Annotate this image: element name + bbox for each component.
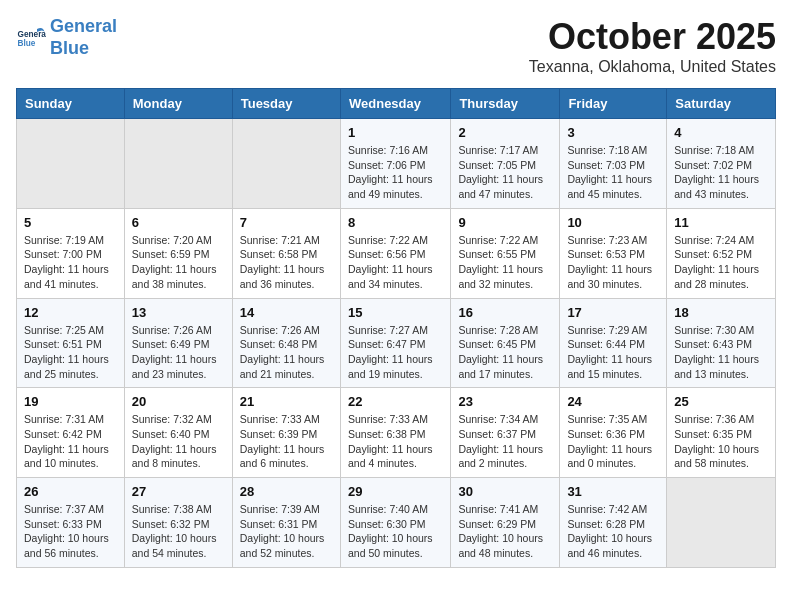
calendar-cell: 20Sunrise: 7:32 AMSunset: 6:40 PMDayligh… (124, 388, 232, 478)
logo-text: General Blue (50, 16, 117, 59)
day-number: 20 (132, 394, 225, 409)
day-number: 13 (132, 305, 225, 320)
weekday-header: Wednesday (340, 89, 450, 119)
day-number: 1 (348, 125, 443, 140)
calendar-cell: 4Sunrise: 7:18 AMSunset: 7:02 PMDaylight… (667, 119, 776, 209)
calendar-cell: 8Sunrise: 7:22 AMSunset: 6:56 PMDaylight… (340, 208, 450, 298)
page-header: General Blue General Blue October 2025 T… (16, 16, 776, 76)
cell-info: Sunrise: 7:25 AMSunset: 6:51 PMDaylight:… (24, 323, 117, 382)
cell-info: Sunrise: 7:39 AMSunset: 6:31 PMDaylight:… (240, 502, 333, 561)
calendar-cell: 18Sunrise: 7:30 AMSunset: 6:43 PMDayligh… (667, 298, 776, 388)
cell-info: Sunrise: 7:31 AMSunset: 6:42 PMDaylight:… (24, 412, 117, 471)
day-number: 29 (348, 484, 443, 499)
day-number: 3 (567, 125, 659, 140)
weekday-header: Saturday (667, 89, 776, 119)
calendar-cell: 23Sunrise: 7:34 AMSunset: 6:37 PMDayligh… (451, 388, 560, 478)
day-number: 7 (240, 215, 333, 230)
calendar-cell: 14Sunrise: 7:26 AMSunset: 6:48 PMDayligh… (232, 298, 340, 388)
weekday-header: Tuesday (232, 89, 340, 119)
cell-info: Sunrise: 7:29 AMSunset: 6:44 PMDaylight:… (567, 323, 659, 382)
cell-info: Sunrise: 7:17 AMSunset: 7:05 PMDaylight:… (458, 143, 552, 202)
cell-info: Sunrise: 7:26 AMSunset: 6:49 PMDaylight:… (132, 323, 225, 382)
calendar-cell: 27Sunrise: 7:38 AMSunset: 6:32 PMDayligh… (124, 478, 232, 568)
day-number: 25 (674, 394, 768, 409)
calendar-cell (667, 478, 776, 568)
calendar-cell: 26Sunrise: 7:37 AMSunset: 6:33 PMDayligh… (17, 478, 125, 568)
cell-info: Sunrise: 7:41 AMSunset: 6:29 PMDaylight:… (458, 502, 552, 561)
day-number: 24 (567, 394, 659, 409)
day-number: 12 (24, 305, 117, 320)
day-number: 26 (24, 484, 117, 499)
day-number: 17 (567, 305, 659, 320)
cell-info: Sunrise: 7:20 AMSunset: 6:59 PMDaylight:… (132, 233, 225, 292)
svg-text:General: General (18, 29, 47, 38)
day-number: 14 (240, 305, 333, 320)
calendar-week-row: 12Sunrise: 7:25 AMSunset: 6:51 PMDayligh… (17, 298, 776, 388)
weekday-header-row: SundayMondayTuesdayWednesdayThursdayFrid… (17, 89, 776, 119)
calendar-cell: 30Sunrise: 7:41 AMSunset: 6:29 PMDayligh… (451, 478, 560, 568)
calendar-cell: 22Sunrise: 7:33 AMSunset: 6:38 PMDayligh… (340, 388, 450, 478)
calendar-week-row: 19Sunrise: 7:31 AMSunset: 6:42 PMDayligh… (17, 388, 776, 478)
logo: General Blue General Blue (16, 16, 117, 59)
calendar-cell: 16Sunrise: 7:28 AMSunset: 6:45 PMDayligh… (451, 298, 560, 388)
day-number: 11 (674, 215, 768, 230)
cell-info: Sunrise: 7:19 AMSunset: 7:00 PMDaylight:… (24, 233, 117, 292)
cell-info: Sunrise: 7:24 AMSunset: 6:52 PMDaylight:… (674, 233, 768, 292)
calendar-cell: 21Sunrise: 7:33 AMSunset: 6:39 PMDayligh… (232, 388, 340, 478)
cell-info: Sunrise: 7:36 AMSunset: 6:35 PMDaylight:… (674, 412, 768, 471)
cell-info: Sunrise: 7:33 AMSunset: 6:38 PMDaylight:… (348, 412, 443, 471)
calendar-week-row: 26Sunrise: 7:37 AMSunset: 6:33 PMDayligh… (17, 478, 776, 568)
cell-info: Sunrise: 7:42 AMSunset: 6:28 PMDaylight:… (567, 502, 659, 561)
weekday-header: Monday (124, 89, 232, 119)
calendar-cell: 19Sunrise: 7:31 AMSunset: 6:42 PMDayligh… (17, 388, 125, 478)
calendar-cell: 25Sunrise: 7:36 AMSunset: 6:35 PMDayligh… (667, 388, 776, 478)
day-number: 16 (458, 305, 552, 320)
svg-text:Blue: Blue (18, 38, 36, 47)
calendar-cell: 24Sunrise: 7:35 AMSunset: 6:36 PMDayligh… (560, 388, 667, 478)
cell-info: Sunrise: 7:26 AMSunset: 6:48 PMDaylight:… (240, 323, 333, 382)
calendar-cell (124, 119, 232, 209)
weekday-header: Thursday (451, 89, 560, 119)
calendar-cell: 11Sunrise: 7:24 AMSunset: 6:52 PMDayligh… (667, 208, 776, 298)
cell-info: Sunrise: 7:35 AMSunset: 6:36 PMDaylight:… (567, 412, 659, 471)
cell-info: Sunrise: 7:37 AMSunset: 6:33 PMDaylight:… (24, 502, 117, 561)
cell-info: Sunrise: 7:22 AMSunset: 6:56 PMDaylight:… (348, 233, 443, 292)
cell-info: Sunrise: 7:21 AMSunset: 6:58 PMDaylight:… (240, 233, 333, 292)
title-block: October 2025 Texanna, Oklahoma, United S… (529, 16, 776, 76)
cell-info: Sunrise: 7:28 AMSunset: 6:45 PMDaylight:… (458, 323, 552, 382)
calendar-cell: 10Sunrise: 7:23 AMSunset: 6:53 PMDayligh… (560, 208, 667, 298)
day-number: 21 (240, 394, 333, 409)
day-number: 9 (458, 215, 552, 230)
cell-info: Sunrise: 7:16 AMSunset: 7:06 PMDaylight:… (348, 143, 443, 202)
cell-info: Sunrise: 7:38 AMSunset: 6:32 PMDaylight:… (132, 502, 225, 561)
cell-info: Sunrise: 7:27 AMSunset: 6:47 PMDaylight:… (348, 323, 443, 382)
day-number: 2 (458, 125, 552, 140)
day-number: 4 (674, 125, 768, 140)
day-number: 10 (567, 215, 659, 230)
calendar-table: SundayMondayTuesdayWednesdayThursdayFrid… (16, 88, 776, 568)
day-number: 28 (240, 484, 333, 499)
calendar-cell: 2Sunrise: 7:17 AMSunset: 7:05 PMDaylight… (451, 119, 560, 209)
day-number: 19 (24, 394, 117, 409)
calendar-cell: 7Sunrise: 7:21 AMSunset: 6:58 PMDaylight… (232, 208, 340, 298)
calendar-cell (17, 119, 125, 209)
cell-info: Sunrise: 7:18 AMSunset: 7:03 PMDaylight:… (567, 143, 659, 202)
cell-info: Sunrise: 7:30 AMSunset: 6:43 PMDaylight:… (674, 323, 768, 382)
day-number: 8 (348, 215, 443, 230)
calendar-cell: 12Sunrise: 7:25 AMSunset: 6:51 PMDayligh… (17, 298, 125, 388)
calendar-cell: 1Sunrise: 7:16 AMSunset: 7:06 PMDaylight… (340, 119, 450, 209)
calendar-cell: 31Sunrise: 7:42 AMSunset: 6:28 PMDayligh… (560, 478, 667, 568)
day-number: 5 (24, 215, 117, 230)
calendar-cell: 15Sunrise: 7:27 AMSunset: 6:47 PMDayligh… (340, 298, 450, 388)
location: Texanna, Oklahoma, United States (529, 58, 776, 76)
logo-icon: General Blue (16, 23, 46, 53)
day-number: 23 (458, 394, 552, 409)
cell-info: Sunrise: 7:23 AMSunset: 6:53 PMDaylight:… (567, 233, 659, 292)
cell-info: Sunrise: 7:32 AMSunset: 6:40 PMDaylight:… (132, 412, 225, 471)
calendar-cell: 17Sunrise: 7:29 AMSunset: 6:44 PMDayligh… (560, 298, 667, 388)
day-number: 6 (132, 215, 225, 230)
calendar-cell: 5Sunrise: 7:19 AMSunset: 7:00 PMDaylight… (17, 208, 125, 298)
weekday-header: Sunday (17, 89, 125, 119)
cell-info: Sunrise: 7:33 AMSunset: 6:39 PMDaylight:… (240, 412, 333, 471)
weekday-header: Friday (560, 89, 667, 119)
